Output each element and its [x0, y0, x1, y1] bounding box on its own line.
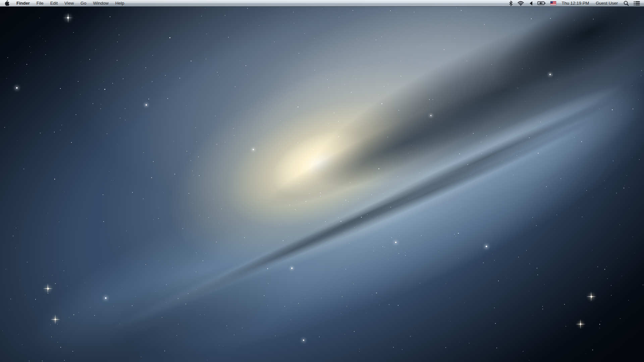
- bluetooth-menu[interactable]: [506, 0, 515, 6]
- battery-menu[interactable]: [535, 0, 548, 6]
- spotlight-search-icon: [624, 1, 629, 6]
- wifi-icon: [518, 1, 524, 6]
- notification-center-menu[interactable]: [631, 0, 644, 6]
- streak-light: [391, 76, 629, 196]
- menu-help[interactable]: Help: [112, 0, 128, 6]
- menu-file[interactable]: File: [33, 0, 47, 6]
- galaxy-core: [262, 117, 377, 209]
- wisp-dark: [0, 201, 371, 362]
- input-source-menu[interactable]: [548, 0, 558, 6]
- galaxy-band: [0, 0, 644, 362]
- dust-lane-bright-3: [388, 41, 644, 247]
- wifi-menu[interactable]: [515, 0, 526, 6]
- galaxy-core-glow: [138, 20, 499, 308]
- apple-logo-icon: [5, 0, 9, 6]
- galaxy-halo-top: [67, 0, 570, 220]
- menu-window[interactable]: Window: [90, 0, 112, 6]
- menu-finder[interactable]: Finder: [13, 0, 33, 6]
- streak-dark: [214, 145, 511, 288]
- dust-dark-mid: [223, 45, 582, 244]
- menu-bar-left: Finder File Edit View Go Window Help: [0, 0, 127, 6]
- menu-edit[interactable]: Edit: [47, 0, 61, 6]
- dust-dark: [291, 0, 644, 222]
- dust-dark-corner: [450, 0, 644, 130]
- galaxy-halo-warm: [43, 0, 644, 362]
- apple-menu[interactable]: [0, 0, 13, 6]
- menu-go[interactable]: Go: [77, 0, 90, 6]
- streak-dark: [160, 185, 427, 314]
- streak-dark: [267, 113, 595, 271]
- star-field: [0, 0, 644, 362]
- streak-light: [167, 153, 497, 313]
- streak-light: [232, 117, 593, 293]
- desktop-wallpaper[interactable]: [0, 0, 644, 362]
- menu-bar: Finder File Edit View Go Window Help: [0, 0, 644, 7]
- screen: Finder File Edit View Go Window Help: [0, 0, 644, 362]
- volume-menu[interactable]: [526, 0, 535, 6]
- streak-light: [104, 193, 402, 339]
- menu-view[interactable]: View: [61, 0, 77, 6]
- battery-plugged-icon: [537, 1, 546, 5]
- clock-menu[interactable]: Thu 12:19 PM: [558, 0, 593, 6]
- notification-center-icon: [634, 1, 640, 6]
- streak-dark: [351, 93, 618, 224]
- dust-lane-bright-2: [9, 141, 407, 362]
- menu-bar-right: Thu 12:19 PM Guest User: [506, 0, 644, 6]
- dust-lane-bright: [98, 35, 644, 362]
- bluetooth-icon: [509, 1, 513, 6]
- us-flag-icon: [550, 1, 556, 5]
- user-menu[interactable]: Guest User: [592, 0, 621, 6]
- spotlight-menu[interactable]: [621, 0, 631, 6]
- volume-speaker-icon: [529, 1, 533, 6]
- galaxy-halo-cool: [203, 0, 644, 299]
- streak-light: [296, 100, 597, 252]
